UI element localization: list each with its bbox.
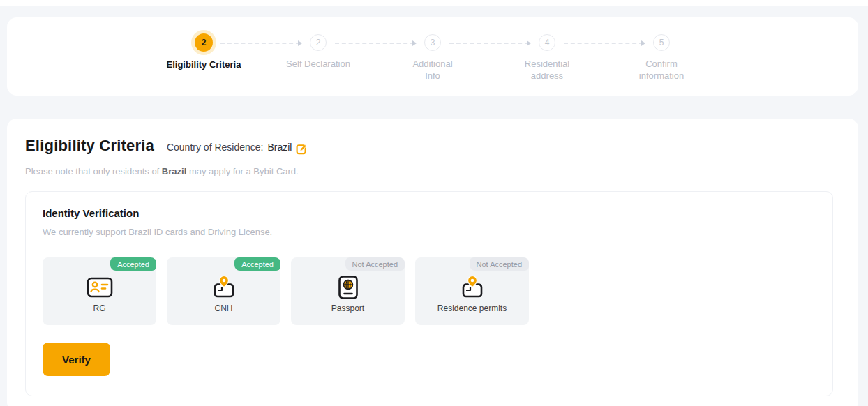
identity-verification-card: Identity Verification We currently suppo… [25,191,833,396]
step-label: Self Declaration [286,58,350,70]
edit-country-icon[interactable] [296,143,308,155]
step-connector [564,43,643,44]
country-label: Country of Residence: [167,142,264,153]
note-prefix: Please note that only residents of [25,166,162,176]
step-connector [449,43,529,44]
step-eligibility-criteria: 2 Eligibility Criteria [147,17,261,96]
doc-tile-rg: Accepted RG [43,257,156,325]
step-number-badge: 5 [653,34,670,51]
step-confirm-information: 5 Confirm information [604,17,719,96]
step-label: Additional Info [412,58,452,82]
title-row: Eligibility Criteria Country of Residenc… [25,137,840,155]
eligibility-panel: Eligibility Criteria Country of Residenc… [7,119,858,406]
step-connector [335,43,414,44]
eligibility-note: Please note that only residents of Brazi… [25,166,840,176]
country-value: Brazil [267,142,292,153]
id-card-icon [87,276,113,299]
doc-tile-residence-permits: Not Accepted Residence permits [415,257,529,325]
step-number-badge: 2 [310,34,327,51]
note-country: Brazil [162,166,186,176]
identity-verification-title: Identity Verification [43,207,816,219]
country-of-residence: Country of Residence: Brazil [167,142,308,153]
progress-stepper-card: 2 Eligibility Criteria 2 Self Declaratio… [7,17,858,96]
step-number-badge: 4 [539,34,555,51]
step-additional-info: 3 Additional Info [375,17,490,96]
step-connector [220,43,300,44]
step-residential-address: 4 Residential address [490,17,604,96]
status-badge: Accepted [234,257,280,271]
verify-button[interactable]: Verify [43,343,110,376]
step-label: Residential address [525,58,569,82]
step-label: Eligibility Criteria [167,59,241,70]
step-number-badge: 3 [424,34,441,51]
top-strip [0,0,868,6]
status-badge: Accepted [110,257,156,271]
page-title: Eligibility Criteria [25,137,154,155]
doc-label: Residence permits [437,303,507,313]
doc-tile-passport: Not Accepted Passport [291,257,405,325]
status-badge: Not Accepted [470,257,529,271]
step-self-declaration: 2 Self Declaration [261,17,375,96]
doc-label: Passport [331,303,364,313]
step-number-badge: 2 [195,33,213,52]
doc-label: CNH [215,303,233,313]
drivers-license-icon [210,276,238,299]
status-badge: Not Accepted [345,257,405,271]
step-label: Confirm information [639,58,684,82]
doc-label: RG [93,303,106,313]
progress-stepper: 2 Eligibility Criteria 2 Self Declaratio… [147,17,719,96]
note-suffix: may apply for a Bybit Card. [186,166,298,176]
doc-tile-cnh: Accepted CNH [167,257,280,325]
identity-verification-subtitle: We currently support Brazil ID cards and… [43,227,816,237]
residence-permit-icon [458,276,486,299]
passport-icon [338,276,359,299]
document-options-row: Accepted RG Accepted [43,257,816,325]
